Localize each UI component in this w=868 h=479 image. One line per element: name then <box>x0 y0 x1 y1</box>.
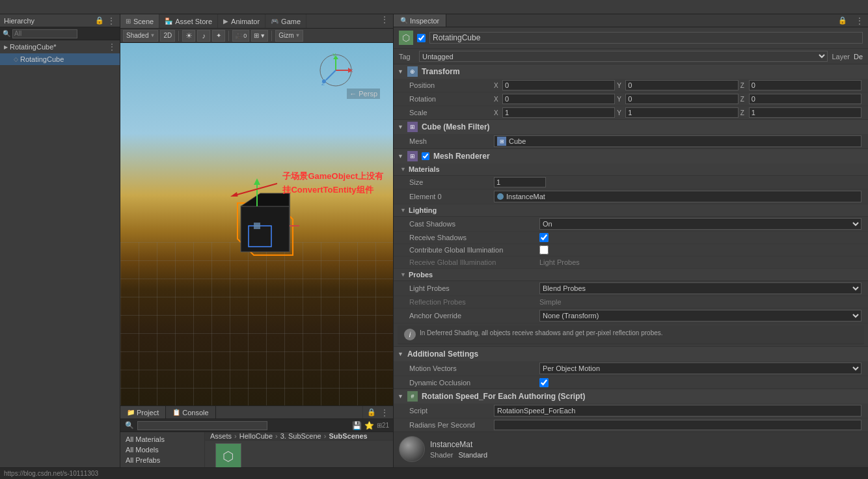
sidebar-all-prefabs[interactable]: All Prefabs <box>126 456 199 465</box>
inspector-tab-active[interactable]: 🔍 Inspector <box>394 14 446 27</box>
position-y[interactable] <box>625 80 738 90</box>
bottom-search-input[interactable] <box>137 421 267 430</box>
search-icon: 🔍 <box>3 30 10 37</box>
tab-console[interactable]: 📋 Console <box>166 406 215 418</box>
x-label: X <box>494 82 500 89</box>
motion-vectors-dropdown[interactable]: Per Object Motion <box>539 363 861 374</box>
sidebar-all-materials[interactable]: All Materials <box>126 435 199 444</box>
scale-y[interactable] <box>625 107 738 118</box>
tab-animator[interactable]: ▶ Animator <box>218 14 265 28</box>
transform-component: ▼ ⊕ Transform Position X Y Z <box>394 64 868 120</box>
rotation-y[interactable] <box>625 94 738 104</box>
fx-btn[interactable]: ✦ <box>212 30 225 42</box>
mesh-ref[interactable]: ⊞ Cube <box>494 135 861 147</box>
svg-rect-9 <box>254 223 260 229</box>
additional-settings-header[interactable]: ▼ Additional Settings <box>394 347 868 361</box>
rotation-x[interactable] <box>502 94 615 104</box>
tag-dropdown[interactable]: Untagged <box>419 51 828 62</box>
inspector-tab-label: Inspector <box>410 17 439 25</box>
svg-marker-6 <box>254 178 260 185</box>
rotation-script-component: ▼ # Rotation Speed_For Each Authoring (S… <box>394 389 868 432</box>
rotation-script-header[interactable]: ▼ # Rotation Speed_For Each Authoring (S… <box>394 389 868 404</box>
light-btn[interactable]: ☀ <box>182 30 195 42</box>
probes-section-header[interactable]: ▼ Probes <box>394 269 868 281</box>
breadcrumb-sep3: › <box>324 432 327 440</box>
shading-arrow: ▼ <box>150 33 155 38</box>
script-ref[interactable]: RotationSpeed_ForEach <box>494 405 861 417</box>
gizmos-btn[interactable]: Gizm ▼ <box>275 30 303 42</box>
grid-btn[interactable]: ⊞ ▼ <box>251 30 268 42</box>
file-item-rotating-cube[interactable]: ⬡ RotatingCube <box>210 443 246 467</box>
inspector-menu[interactable]: ⋮ <box>851 14 868 27</box>
receive-gi-label: Receive Global Illumination <box>409 258 539 266</box>
shading-dropdown[interactable]: Shaded ▼ <box>123 30 158 42</box>
scale-x[interactable] <box>502 107 615 118</box>
rotation-z[interactable] <box>749 94 861 104</box>
breadcrumb-sep2: › <box>275 432 278 440</box>
prop-rotation: Rotation X Y Z <box>394 92 868 106</box>
hierarchy-item-dots[interactable]: ⋮ <box>108 42 116 51</box>
main-tab-bar <box>0 0 868 14</box>
breadcrumb-sep1: › <box>234 432 237 440</box>
console-tab-label: Console <box>182 409 208 417</box>
url-text: https://blog.csdn.net/s-10111303 <box>4 470 98 477</box>
dots-icon[interactable]: ⋮ <box>107 16 116 26</box>
transform-header[interactable]: ▼ ⊕ Transform <box>394 64 868 79</box>
breadcrumb-hellocube[interactable]: HelloCube <box>239 432 273 440</box>
mr-icon: ⊞ <box>407 151 418 161</box>
size-input[interactable] <box>494 177 546 187</box>
radians-input[interactable] <box>494 420 861 430</box>
project-tab-icon: 📁 <box>127 409 135 416</box>
cast-shadows-dropdown[interactable]: OnOffTwo SidedShadows Only <box>539 218 861 230</box>
scene-toolbar: Shaded ▼ 2D ☀ ♪ ✦ 🎥 0 ⊞ ▼ <box>120 29 393 43</box>
hierarchy-item-rotating-cube-child[interactable]: ◇ RotatingCube <box>0 53 120 65</box>
scale-z[interactable] <box>749 107 861 118</box>
receive-shadows-checkbox[interactable] <box>539 233 549 242</box>
anchor-override-dropdown[interactable]: None (Transform) <box>539 310 861 322</box>
inspector-lock[interactable]: 🔒 <box>834 14 851 27</box>
mesh-filter-header[interactable]: ▼ ⊞ Cube (Mesh Filter) <box>394 120 868 134</box>
light-probes-dropdown[interactable]: Blend Probes <box>539 282 861 294</box>
lighting-section-header[interactable]: ▼ Lighting <box>394 204 868 217</box>
transform-title: Transform <box>422 67 460 76</box>
svg-text:Y: Y <box>332 53 336 58</box>
tab-game[interactable]: 🎮 Game <box>265 14 306 28</box>
scene-tab-menu[interactable]: ⋮ <box>376 14 393 28</box>
audio-btn[interactable]: ♪ <box>197 30 210 42</box>
dots-btn[interactable]: ⋮ <box>380 407 389 418</box>
position-x[interactable] <box>502 80 615 90</box>
dynamic-occlusion-checkbox[interactable] <box>539 378 549 387</box>
breadcrumb-assets[interactable]: Assets <box>210 432 232 440</box>
camera-btn[interactable]: 🎥 0 <box>232 30 249 42</box>
tab-asset-store[interactable]: 🏪 Asset Store <box>159 14 218 28</box>
position-z[interactable] <box>749 80 861 90</box>
bottom-save-icon[interactable]: 💾 <box>352 421 362 430</box>
contribute-gi-checkbox[interactable] <box>539 245 549 254</box>
sidebar-all-models[interactable]: All Models <box>126 445 199 454</box>
bottom-zoom-label: ⊞21 <box>377 422 389 429</box>
rs-icon: # <box>407 391 418 402</box>
view-2d-btn[interactable]: 2D <box>160 30 175 42</box>
lock-btn[interactable]: 🔒 <box>367 408 376 417</box>
sy-label: Y <box>617 109 623 116</box>
element0-ref[interactable]: InstanceMat <box>494 191 861 202</box>
mesh-renderer-component: ▼ ⊞ Mesh Renderer ▼ Materials Size <box>394 149 868 347</box>
bottom-star-icon[interactable]: ⭐ <box>364 421 374 430</box>
materials-section-header[interactable]: ▼ Materials <box>394 163 868 176</box>
animator-label: Animator <box>231 18 260 25</box>
mesh-renderer-header[interactable]: ▼ ⊞ Mesh Renderer <box>394 149 868 163</box>
reflection-probes-label: Reflection Probes <box>409 298 539 306</box>
scene-view[interactable]: Y X Z ← Persp <box>120 43 393 405</box>
mr-checkbox[interactable] <box>422 152 429 160</box>
info-icon: i <box>404 329 416 340</box>
breadcrumb-subscene[interactable]: 3. SubScene <box>280 432 321 440</box>
position-value: X Y Z <box>494 80 861 90</box>
tab-scene[interactable]: ⊞ Scene <box>120 14 159 28</box>
go-active-checkbox[interactable] <box>417 34 426 42</box>
lock-icon[interactable]: 🔒 <box>95 16 104 25</box>
tab-project[interactable]: 📁 Project <box>120 406 166 418</box>
hierarchy-item-rotating-cube-root[interactable]: ▶ RotatingCube* ⋮ <box>0 40 120 53</box>
receive-gi-value: Light Probes <box>539 258 580 266</box>
hierarchy-search-input[interactable] <box>12 29 77 38</box>
go-name-field[interactable] <box>429 32 863 44</box>
